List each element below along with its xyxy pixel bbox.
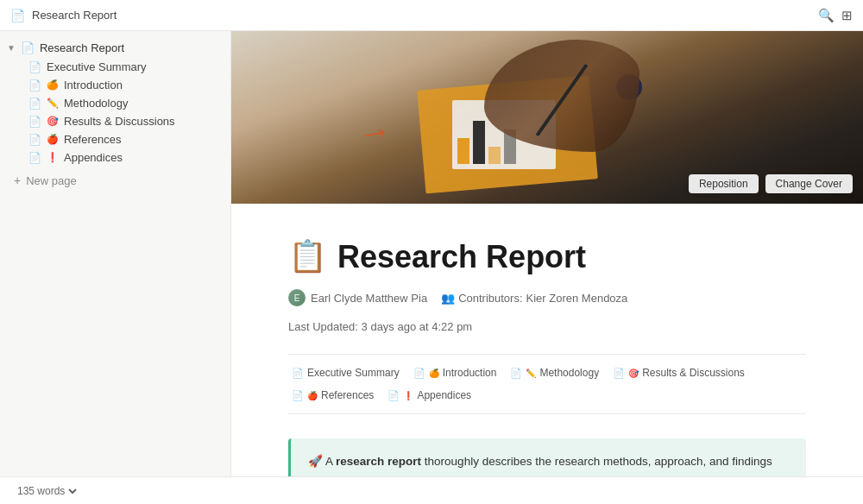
sidebar-root-icon: 📄 [21, 41, 35, 54]
subpage-icon-5: 📄 [387, 390, 400, 401]
sidebar-item-results[interactable]: 📄 🎯 Results & Discussions [3, 112, 227, 130]
topbar-breadcrumb: 📄 Research Report [10, 9, 117, 22]
topbar: 📄 Research Report 🔍 ⊞ [0, 0, 863, 31]
subpages-list: 📄 Executive Summary 📄 🍊 Introduction 📄 ✏… [288, 354, 806, 414]
topbar-actions: 🔍 ⊞ [818, 8, 853, 23]
topbar-title: Research Report [32, 9, 117, 22]
sidebar-icon-methodology: 📄 [28, 98, 41, 110]
sidebar-root-item[interactable]: ▼ 📄 Research Report [0, 38, 230, 58]
sidebar-item-appendices[interactable]: 📄 ❗ Appendices [3, 148, 227, 167]
layout-icon[interactable]: ⊞ [841, 8, 853, 23]
subpage-results[interactable]: 📄 🎯 Results & Discussions [609, 365, 748, 381]
callout-green-text-before: A [325, 455, 336, 468]
subpage-label-1: Introduction [443, 367, 497, 379]
main-layout: ▼ 📄 Research Report 📄 Executive Summary … [0, 31, 863, 476]
callout-green-icon: 🚀 [308, 455, 323, 468]
sidebar-item-methodology[interactable]: 📄 ✏️ Methodology [3, 94, 227, 112]
sidebar-label-results: Results & Discussions [64, 115, 217, 128]
bottombar: 135 words [0, 476, 863, 504]
author-area: E Earl Clyde Matthew Pia [288, 289, 427, 306]
page-title-area: 📋 Research Report [288, 238, 806, 275]
page-body: 📋 Research Report E Earl Clyde Matthew P… [236, 204, 858, 476]
reposition-button[interactable]: Reposition [689, 174, 759, 193]
contributors-names: Kier Zoren Mendoza [526, 292, 628, 305]
sidebar-root-label: Research Report [40, 41, 220, 54]
sidebar-item-introduction[interactable]: 📄 🍊 Introduction [3, 76, 227, 94]
sidebar-label-references: References [64, 133, 217, 146]
cover-buttons: Reposition Change Cover [689, 174, 853, 193]
new-page-button[interactable]: + New page [0, 170, 230, 191]
subpage-icon-0: 📄 [292, 368, 304, 379]
author-name: Earl Clyde Matthew Pia [311, 292, 427, 305]
sidebar-icon-results: 📄 [28, 116, 41, 128]
subpage-icon-2: 📄 [510, 368, 522, 379]
subpage-executive-summary[interactable]: 📄 Executive Summary [288, 365, 403, 381]
contributors-label: Contributors: [458, 292, 522, 305]
sidebar-item-executive-summary[interactable]: 📄 Executive Summary [3, 58, 227, 76]
subpage-icon-3: 📄 [613, 368, 625, 379]
subpage-appendices[interactable]: 📄 ❗ Appendices [384, 387, 475, 403]
last-updated: Last Updated: 3 days ago at 4:22 pm [288, 320, 472, 333]
change-cover-button[interactable]: Change Cover [765, 174, 853, 193]
topbar-icon: 📄 [10, 9, 25, 22]
sidebar-label-methodology: Methodology [64, 97, 217, 110]
subpage-icon-1: 📄 [413, 368, 425, 379]
sidebar-label-executive: Executive Summary [47, 60, 217, 73]
subpage-icon-4: 📄 [292, 390, 304, 401]
sidebar-label-appendices: Appendices [64, 151, 217, 164]
cover-image: → Reposition Change Cover [231, 31, 863, 204]
plus-icon: + [14, 173, 21, 187]
callout-green-bold: research report [336, 455, 421, 468]
sidebar-chevron: ▼ [7, 43, 16, 53]
sidebar-icon-references: 📄 [28, 134, 41, 146]
subpage-label-0: Executive Summary [307, 367, 400, 379]
search-icon[interactable]: 🔍 [818, 8, 835, 23]
subpage-label-4: References [321, 389, 374, 401]
new-page-label: New page [26, 174, 77, 187]
sidebar-item-references[interactable]: 📄 🍎 References [3, 130, 227, 148]
meta-row: E Earl Clyde Matthew Pia 👥 Contributors:… [288, 289, 806, 333]
sidebar-icon-executive: 📄 [28, 61, 41, 73]
subpage-label-3: Results & Discussions [642, 367, 745, 379]
sidebar: ▼ 📄 Research Report 📄 Executive Summary … [0, 31, 231, 476]
subpage-introduction[interactable]: 📄 🍊 Introduction [410, 365, 501, 381]
subpage-label-2: Methodology [539, 367, 599, 379]
content-area: → Reposition Change Cover 📋 Research Rep… [231, 31, 863, 476]
callout-green: 🚀 A research report thoroughly describes… [288, 438, 806, 476]
word-count-select[interactable]: 135 words [14, 484, 79, 498]
sidebar-icon-appendices: 📄 [28, 152, 41, 164]
subpage-references[interactable]: 📄 🍎 References [288, 387, 377, 403]
subpage-methodology[interactable]: 📄 ✏️ Methodology [507, 365, 602, 381]
author-avatar: E [288, 289, 306, 306]
sidebar-label-introduction: Introduction [64, 79, 217, 91]
page-icon: 📋 [288, 238, 327, 274]
contributors-icon: 👥 [441, 292, 455, 305]
contributors-area: 👥 Contributors: Kier Zoren Mendoza [441, 292, 627, 305]
sidebar-icon-introduction: 📄 [28, 79, 41, 91]
page-title: Research Report [337, 238, 586, 275]
subpage-label-5: Appendices [417, 389, 471, 401]
